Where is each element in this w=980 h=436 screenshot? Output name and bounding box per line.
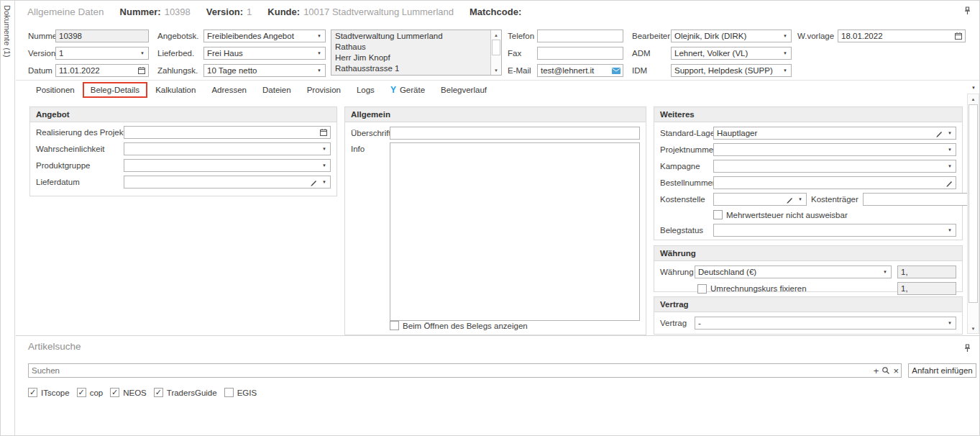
calendar-icon[interactable] (954, 32, 963, 40)
wvorlage-input[interactable] (841, 30, 951, 42)
tabstrip-overflow-icon[interactable]: ▼ (970, 86, 977, 90)
adm-dropdown-icon[interactable]: ▼ (782, 51, 789, 55)
envelope-icon[interactable] (612, 68, 620, 74)
customer-address-box[interactable]: Stadtverwaltung Lummerland Rathaus Herr … (331, 29, 502, 76)
kostenstelle-input[interactable] (716, 194, 783, 205)
lieferbed-field[interactable]: ▼ (203, 47, 326, 60)
ueberschrift-input[interactable] (393, 127, 637, 139)
zahlungsk-input[interactable] (206, 65, 313, 76)
lieferdatum-input[interactable] (127, 176, 307, 188)
cop-checkbox[interactable] (77, 388, 86, 397)
datum-field[interactable] (55, 64, 149, 77)
projektnummer-dropdown-icon[interactable]: ▼ (946, 147, 953, 152)
kostentraeger-input[interactable] (866, 194, 978, 205)
waehrung-field[interactable]: ▼ (695, 265, 892, 278)
adm-field[interactable]: ▼ (671, 47, 792, 60)
mwst-checkbox[interactable] (713, 210, 723, 219)
bearbeiter-input[interactable] (674, 30, 779, 42)
pencil-icon[interactable] (310, 178, 318, 186)
source-tradersguide[interactable]: TradersGuide (154, 388, 217, 397)
kostenstelle-field[interactable]: ▼ (713, 193, 807, 206)
projektnummer-input[interactable] (716, 144, 943, 155)
belegstatus-input[interactable] (716, 224, 943, 236)
waehrung-input[interactable] (697, 266, 879, 278)
version-input[interactable] (58, 47, 136, 59)
scroll-down-icon[interactable]: ▼ (968, 324, 979, 333)
pencil-icon[interactable] (935, 130, 943, 137)
calendar-icon[interactable] (319, 128, 328, 137)
source-neos[interactable]: NEOS (110, 388, 147, 397)
pin-icon[interactable] (964, 344, 971, 353)
produktgruppe-field[interactable]: ▼ (124, 159, 331, 172)
kostentraeger-field[interactable]: ▼ (863, 193, 980, 206)
lieferdatum-field[interactable]: ▼ (124, 176, 331, 189)
tab-kalkulation[interactable]: Kalkulation (147, 82, 203, 98)
bearbeiter-field[interactable]: ▼ (671, 29, 792, 42)
datum-input[interactable] (58, 65, 134, 76)
tab-geraete[interactable]: YGeräte (383, 82, 433, 98)
idm-input[interactable] (674, 65, 779, 76)
ueberschrift-field[interactable] (390, 127, 640, 140)
documents-dock-panel[interactable]: Dokumente (1) (1, 1, 15, 435)
tradersguide-checkbox[interactable] (154, 388, 163, 397)
pencil-icon[interactable] (786, 196, 794, 204)
content-scrollbar[interactable]: ▲ ▼ (967, 94, 979, 334)
address-scroll-down-icon[interactable]: ▼ (491, 65, 501, 75)
lieferbed-input[interactable] (206, 47, 313, 59)
tab-belegverlauf[interactable]: Belegverlauf (433, 82, 495, 98)
zahlungsk-dropdown-icon[interactable]: ▼ (316, 68, 323, 73)
tab-provision[interactable]: Provision (299, 82, 349, 98)
lieferdatum-dropdown-icon[interactable]: ▼ (321, 180, 328, 184)
address-scroll-up-icon[interactable]: ▲ (491, 30, 501, 40)
pin-icon[interactable] (964, 6, 971, 15)
angebotsk-dropdown-icon[interactable]: ▼ (316, 34, 323, 38)
fixieren-checkbox[interactable] (697, 284, 707, 294)
waehrung-dropdown-icon[interactable]: ▼ (881, 270, 889, 274)
produktgruppe-input[interactable] (127, 160, 318, 171)
fixieren-option[interactable]: Umrechnungskurs fixieren (697, 284, 807, 294)
anfahrt-einfuegen-button[interactable]: Anfahrt einfügen (908, 363, 976, 378)
search-icon[interactable] (881, 366, 890, 375)
tab-positionen[interactable]: Positionen (28, 82, 83, 98)
wahrscheinlichkeit-field[interactable]: ▼ (124, 142, 331, 155)
info-textarea[interactable] (390, 142, 640, 321)
bearbeiter-dropdown-icon[interactable]: ▼ (782, 34, 789, 38)
telefon-input[interactable] (540, 30, 620, 42)
vertrag-dropdown-icon[interactable]: ▼ (946, 321, 953, 325)
article-search-input[interactable] (31, 364, 871, 377)
address-scrollbar[interactable]: ▲ ▼ (490, 30, 501, 75)
standard-lager-dropdown-icon[interactable]: ▼ (946, 131, 953, 135)
source-cop[interactable]: cop (77, 388, 104, 397)
fax-input[interactable] (540, 47, 620, 59)
scrollbar-thumb[interactable] (968, 104, 978, 303)
egis-checkbox[interactable] (224, 388, 234, 397)
neos-checkbox[interactable] (110, 388, 119, 397)
version-field[interactable]: ▼ (55, 47, 149, 60)
kampagne-field[interactable]: ▼ (713, 160, 956, 173)
source-itscope[interactable]: ITscope (28, 388, 70, 397)
vertrag-field[interactable]: ▼ (695, 317, 956, 330)
calendar-icon[interactable] (137, 66, 146, 75)
idm-field[interactable]: ▼ (671, 64, 792, 77)
projektnummer-field[interactable]: ▼ (713, 143, 956, 156)
telefon-field[interactable] (537, 29, 623, 42)
realisierung-input[interactable] (127, 127, 316, 138)
standard-lager-field[interactable]: ▼ (713, 127, 956, 140)
mwst-option[interactable]: Mehrwertsteuer nicht ausweisbar (713, 210, 848, 219)
wvorlage-field[interactable] (838, 29, 966, 42)
article-search-field[interactable]: + × (28, 363, 902, 378)
angebotsk-input[interactable] (206, 30, 313, 42)
email-field[interactable] (537, 64, 623, 77)
zahlungsk-field[interactable]: ▼ (203, 64, 326, 77)
tab-adressen[interactable]: Adressen (203, 82, 255, 98)
produktgruppe-dropdown-icon[interactable]: ▼ (321, 163, 328, 168)
wahrscheinlichkeit-dropdown-icon[interactable]: ▼ (321, 147, 328, 151)
pencil-icon[interactable] (945, 179, 953, 187)
bestellnummer-field[interactable] (713, 176, 956, 189)
scroll-up-icon[interactable]: ▲ (968, 94, 979, 104)
bestellnummer-input[interactable] (716, 177, 943, 189)
kostenstelle-dropdown-icon[interactable]: ▼ (797, 197, 804, 201)
tab-beleg-details[interactable]: Beleg-Details (83, 82, 147, 98)
realisierung-field[interactable] (124, 126, 331, 139)
belegstatus-field[interactable]: ▼ (713, 224, 956, 237)
